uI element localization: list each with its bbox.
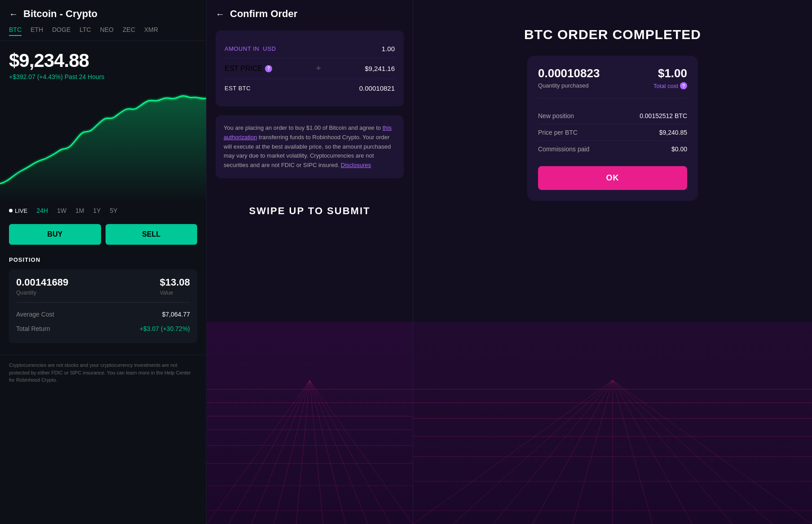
- new-position-value: 0.00152512 BTC: [640, 112, 687, 119]
- disclaimer-text1: You are placing an order to buy $1.00 of…: [224, 124, 383, 131]
- main-price: $9,234.88: [9, 50, 197, 71]
- svg-rect-0: [207, 322, 413, 524]
- completion-cost-label: Total cost ?: [653, 82, 687, 89]
- tab-btc[interactable]: BTC: [9, 26, 22, 36]
- commissions-label: Commissions paid: [538, 145, 589, 153]
- disclosures-link[interactable]: Disclosures: [341, 162, 371, 168]
- panel2-header: ← Confirm Order: [207, 0, 413, 26]
- completion-quantity: 0.00010823: [538, 66, 600, 80]
- position-label: POSITION: [9, 256, 197, 263]
- new-position-label: New position: [538, 112, 574, 119]
- panel-bitcoin-crypto: ← Bitcoin - Crypto BTC ETH DOGE LTC NEO …: [0, 0, 207, 524]
- divider: [16, 302, 190, 303]
- tab-zec[interactable]: ZEC: [123, 26, 135, 36]
- time-tabs: LIVE 24H 1W 1M 1Y 5Y: [0, 202, 206, 220]
- price-per-btc-label: Price per BTC: [538, 129, 578, 136]
- order-details-card: AMOUNT IN USD 1.00 EST PRICE ? ÷ $9,241.…: [216, 31, 404, 106]
- completed-title: BTC ORDER COMPLETED: [524, 27, 701, 42]
- tab-doge[interactable]: DOGE: [52, 26, 71, 36]
- live-dot: [9, 209, 13, 212]
- completion-card: 0.00010823 Quantity purchased $1.00 Tota…: [527, 56, 698, 201]
- price-chart: [0, 85, 206, 202]
- panel-order-completed: BTC ORDER COMPLETED 0.00010823 Quantity …: [413, 0, 812, 524]
- panel-confirm-order: ← Confirm Order AMOUNT IN USD 1.00 EST P…: [207, 0, 413, 524]
- time-tab-1m[interactable]: 1M: [75, 207, 84, 214]
- panel3-grid-background: [413, 322, 812, 524]
- completion-cost-group: $1.00 Total cost ?: [653, 66, 687, 89]
- tab-xmr[interactable]: XMR: [144, 26, 158, 36]
- est-btc-row: EST BTC 0.00010821: [225, 79, 395, 97]
- order-disclaimer: You are placing an order to buy $1.00 of…: [216, 115, 404, 178]
- question-icon[interactable]: ?: [265, 65, 272, 72]
- sell-button[interactable]: SELL: [106, 224, 198, 245]
- est-price-text: EST PRICE: [225, 65, 262, 73]
- swipe-text: SWIPE UP TO SUBMIT: [249, 205, 371, 217]
- position-section: POSITION 0.00141689 Quantity $13.08 Valu…: [0, 249, 206, 355]
- price-section: $9,234.88 +$392.07 (+4.43%) Past 24 Hour…: [0, 41, 206, 85]
- amount-value: 1.00: [382, 45, 395, 53]
- completion-qty-label: Quantity purchased: [538, 82, 600, 89]
- total-return-label: Total Return: [16, 325, 50, 332]
- commissions-row: Commissions paid $0.00: [538, 141, 687, 157]
- quantity-label: Quantity: [16, 290, 68, 296]
- completion-quantity-group: 0.00010823 Quantity purchased: [538, 66, 600, 89]
- back-arrow-icon[interactable]: ←: [9, 9, 18, 19]
- position-value: $13.08: [160, 277, 190, 288]
- page-title: Bitcoin - Crypto: [23, 8, 97, 20]
- time-tab-5y[interactable]: 5Y: [110, 207, 117, 214]
- completion-top: 0.00010823 Quantity purchased $1.00 Tota…: [538, 66, 687, 99]
- divider-symbol: ÷: [316, 64, 321, 73]
- est-btc-value: 0.00010821: [359, 84, 395, 92]
- est-price-label-group: EST PRICE ?: [225, 65, 272, 73]
- panel1-disclaimer: Cryptocurrencies are not stocks and your…: [0, 355, 206, 390]
- amount-currency: USD: [263, 45, 276, 52]
- position-card: 0.00141689 Quantity $13.08 Value Average…: [9, 269, 197, 343]
- est-price-row: EST PRICE ? ÷ $9,241.16: [225, 58, 395, 79]
- grid-background: [207, 322, 413, 524]
- completion-cost-value: $1.00: [653, 66, 687, 80]
- ok-button[interactable]: OK: [538, 166, 687, 190]
- time-tab-1w[interactable]: 1W: [57, 207, 66, 214]
- cost-question-icon[interactable]: ?: [680, 82, 687, 89]
- time-tab-1y[interactable]: 1Y: [93, 207, 101, 214]
- tab-eth[interactable]: ETH: [31, 26, 43, 36]
- amount-row: AMOUNT IN USD 1.00: [225, 40, 395, 58]
- position-value-group: $13.08 Value: [160, 277, 190, 296]
- amount-label: AMOUNT IN USD: [225, 45, 276, 52]
- live-label[interactable]: LIVE: [15, 207, 27, 214]
- chart-svg: [0, 85, 206, 202]
- position-values-row: 0.00141689 Quantity $13.08 Value: [16, 277, 190, 296]
- tab-ltc[interactable]: LTC: [79, 26, 91, 36]
- buy-sell-buttons: BUY SELL: [0, 220, 206, 249]
- panel1-header: ← Bitcoin - Crypto: [0, 0, 206, 26]
- panel2-title: Confirm Order: [230, 8, 297, 20]
- price-per-btc-row: Price per BTC $9,240.85: [538, 124, 687, 141]
- commissions-value: $0.00: [671, 145, 687, 153]
- live-indicator[interactable]: LIVE: [9, 207, 27, 214]
- est-btc-label: EST BTC: [225, 85, 251, 92]
- average-cost-value: $7,064.77: [162, 311, 190, 318]
- swipe-section[interactable]: SWIPE UP TO SUBMIT: [207, 183, 413, 524]
- new-position-row: New position 0.00152512 BTC: [538, 108, 687, 124]
- value-label: Value: [160, 290, 190, 296]
- total-return-row: Total Return +$3.07 (+30.72%): [16, 321, 190, 336]
- completion-details: New position 0.00152512 BTC Price per BT…: [538, 108, 687, 157]
- est-price-value: $9,241.16: [365, 65, 395, 72]
- price-per-btc-value: $9,240.85: [659, 129, 687, 136]
- crypto-tabs: BTC ETH DOGE LTC NEO ZEC XMR: [0, 26, 206, 41]
- buy-button[interactable]: BUY: [9, 224, 101, 245]
- amount-in-text: AMOUNT IN: [225, 45, 259, 52]
- time-tab-24h[interactable]: 24H: [36, 207, 48, 214]
- position-quantity: 0.00141689: [16, 277, 68, 288]
- tab-neo[interactable]: NEO: [100, 26, 114, 36]
- total-return-value: +$3.07 (+30.72%): [140, 325, 190, 332]
- average-cost-row: Average Cost $7,064.77: [16, 307, 190, 321]
- position-quantity-group: 0.00141689 Quantity: [16, 277, 68, 296]
- average-cost-label: Average Cost: [16, 311, 54, 318]
- price-change: +$392.07 (+4.43%) Past 24 Hours: [9, 73, 197, 80]
- panel2-back-arrow[interactable]: ←: [216, 9, 225, 19]
